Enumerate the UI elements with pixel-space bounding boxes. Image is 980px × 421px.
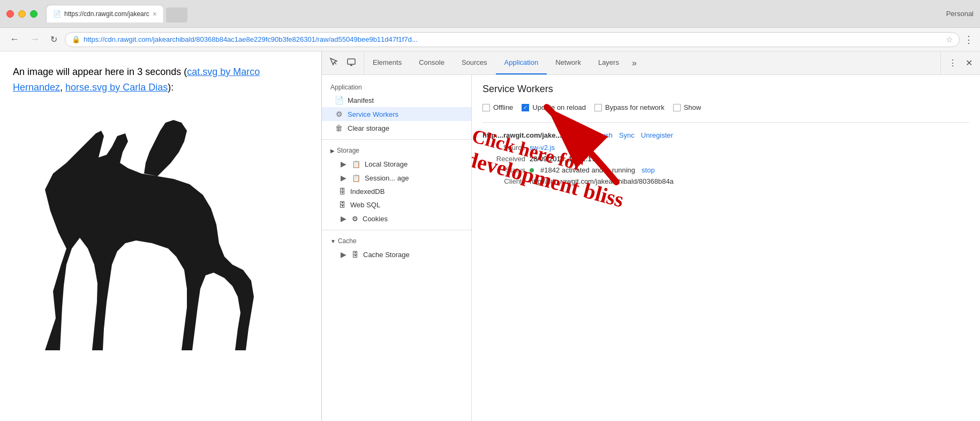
sidebar-item-clear-storage[interactable]: 🗑 Clear storage [322,121,471,135]
devtools-panel: Elements Console Sources Application Net… [321,51,980,421]
address-bar[interactable]: 🔒 https://cdn.rawgit.com/jakearchibald/8… [65,32,960,47]
sidebar-indexeddb-label: IndexedDB [350,187,385,196]
sw-push-link[interactable]: Push [597,131,613,139]
back-button[interactable]: ← [6,32,22,47]
devtools-menu-button[interactable]: ⋮ [945,56,960,70]
cache-storage-arrow-icon: ▶ [339,250,348,259]
offline-label: Offline [493,103,513,111]
tab-sources[interactable]: Sources [453,51,496,74]
sw-source-field: Source sw-v2.js [483,144,969,152]
sidebar-session-storage-icon: 📋 [352,174,360,182]
bypass-for-network-label: Bypass for network [605,103,665,111]
service-workers-icon: ⚙ [335,110,343,118]
horse-silhouette [13,104,308,364]
offline-option: Offline [483,103,513,111]
svg-rect-0 [348,59,355,64]
tab-layers[interactable]: Layers [590,51,628,74]
sw-status-field: Status #1842 activated and is running st… [483,166,969,174]
offline-checkbox[interactable] [483,104,490,111]
page-intro-text: An image will appear here in 3 seconds ( [13,66,187,77]
clear-storage-icon: 🗑 [335,124,343,132]
sidebar-storage-section[interactable]: ▶ Storage [322,144,471,157]
title-bar: 📄 https://cdn.rawgit.com/jakearc × Perso… [0,0,980,28]
sidebar-service-workers-label: Service Workers [348,110,398,118]
sidebar-item-cache-storage[interactable]: ▶ 🗄 Cache Storage [322,247,471,261]
sidebar-local-storage-icon: 📋 [352,160,360,168]
sidebar-item-service-workers[interactable]: ⚙ Service Workers [322,107,471,121]
tab-area: 📄 https://cdn.rawgit.com/jakearc × [46,5,942,22]
manifest-icon: 📄 [335,96,343,104]
sw-clients-url: http://cdn.rawgit.com/jakearchibald/8036… [530,177,674,185]
sidebar-item-indexeddb[interactable]: 🗄 IndexedDB [322,185,471,198]
tab-application[interactable]: Application [496,51,547,74]
update-on-reload-option: ✓ Update on reload [522,103,586,111]
minimize-traffic-light[interactable] [18,10,26,18]
new-tab-button[interactable] [166,7,187,22]
traffic-lights [6,10,37,18]
tab-favicon-icon: 📄 [53,10,61,18]
link-separator: , [60,82,65,93]
tab-network[interactable]: Network [547,51,590,74]
tab-console[interactable]: Console [410,51,453,74]
forward-button[interactable]: → [27,32,43,47]
profile-label: Personal [946,10,974,18]
browser-tab[interactable]: 📄 https://cdn.rawgit.com/jakearc × [46,5,164,22]
update-on-reload-label: Update on reload [532,103,586,111]
sw-status-label: Status [483,166,525,174]
horse-svg-link[interactable]: horse.svg by Carla Dias [65,82,168,93]
browser-menu-icon[interactable]: ⋮ [964,34,974,46]
devtools-main-panel: Click here fordevelopment bliss Service … [472,75,980,421]
web-sql-icon: 🗄 [339,201,346,209]
page-content: An image will appear here in 3 seconds (… [0,51,321,421]
navigation-bar: ← → ↻ 🔒 https://cdn.rawgit.com/jakearchi… [0,28,980,51]
more-tabs-button[interactable]: » [628,51,641,74]
local-storage-arrow-icon: ▶ [339,160,348,168]
ssl-lock-icon: 🔒 [72,35,80,43]
sidebar-item-web-sql[interactable]: 🗄 Web SQL [322,198,471,212]
bypass-for-network-checkbox[interactable] [594,104,602,111]
sidebar-manifest-label: Manifest [348,96,374,104]
sidebar-cache-storage-label: Cache Storage [363,251,410,259]
sidebar-item-cookies[interactable]: ▶ ⚙ Cookies [322,212,471,225]
sidebar-divider [322,139,471,140]
service-worker-entry: http....rawgit.com/jake... Update Push S… [483,122,969,185]
tab-close-button[interactable]: × [153,10,157,18]
refresh-button[interactable]: ↻ [47,32,61,47]
sw-unregister-link[interactable]: Unregister [641,131,673,139]
cache-storage-icon: 🗄 [352,251,359,259]
sidebar-item-manifest[interactable]: 📄 Manifest [322,93,471,107]
sidebar-item-session-storage[interactable]: ▶ 📋 Session... age [322,171,471,185]
show-checkbox[interactable] [673,104,681,111]
cookies-icon: ⚙ [352,215,358,223]
devtools-body: Application 📄 Manifest ⚙ Service Workers… [322,75,980,421]
devtools-close-button[interactable]: ✕ [962,56,976,70]
sw-status-indicator [530,168,534,172]
storage-arrow-icon: ▶ [330,148,335,154]
address-text: https://cdn.rawgit.com/jakearchibald/803… [84,35,943,43]
session-storage-arrow-icon: ▶ [339,174,348,182]
sw-stop-link[interactable]: stop [642,166,655,174]
devtools-tabs: Elements Console Sources Application Net… [364,51,940,74]
bookmark-star-icon[interactable]: ☆ [946,35,953,44]
sidebar-storage-label: Storage [337,147,359,154]
devtools-toolbar: Elements Console Sources Application Net… [322,51,980,75]
sw-clients-label: Clients [483,177,525,185]
device-toolbar-button[interactable] [343,55,359,71]
update-on-reload-checkbox[interactable]: ✓ [522,104,529,111]
devtools-sidebar: Application 📄 Manifest ⚙ Service Workers… [322,75,472,421]
sw-update-link[interactable]: Update [568,131,590,139]
browser-window: 📄 https://cdn.rawgit.com/jakearc × Perso… [0,0,980,421]
tab-elements[interactable]: Elements [364,51,410,74]
sw-source-file-link[interactable]: sw-v2.js [530,144,555,152]
sw-received-label: Received [483,155,525,163]
maximize-traffic-light[interactable] [30,10,37,18]
sidebar-item-local-storage[interactable]: ▶ 📋 Local Storage [322,157,471,171]
cookies-arrow-icon: ▶ [339,214,348,223]
cache-arrow-icon: ▼ [330,238,336,244]
sw-sync-link[interactable]: Sync [619,131,635,139]
close-traffic-light[interactable] [6,10,14,18]
show-option: Show [673,103,702,111]
sidebar-cache-section[interactable]: ▼ Cache [322,235,471,247]
tab-title: https://cdn.rawgit.com/jakearc [64,10,149,18]
inspect-element-button[interactable] [326,55,342,71]
